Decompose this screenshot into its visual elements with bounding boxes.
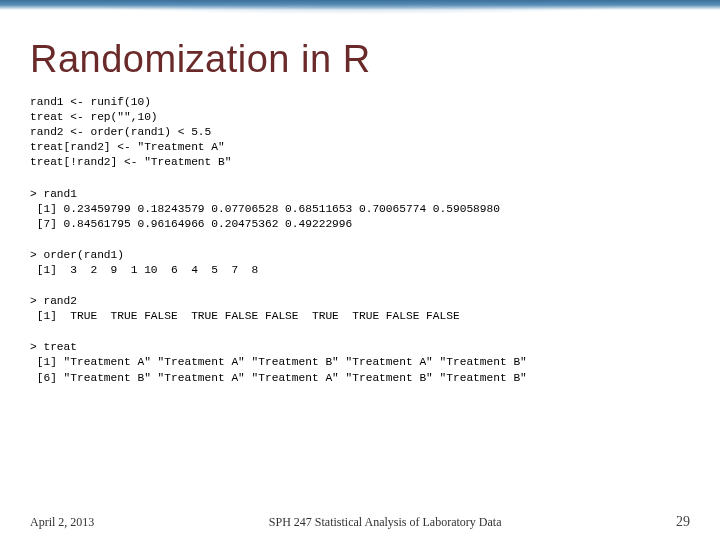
slide-body: Randomization in R rand1 <- runif(10) tr…: [0, 10, 720, 386]
code-rand2-output: > rand2 [1] TRUE TRUE FALSE TRUE FALSE F…: [30, 294, 690, 324]
slide-title: Randomization in R: [30, 38, 690, 81]
footer-date: April 2, 2013: [30, 515, 94, 530]
code-rand1-output: > rand1 [1] 0.23459799 0.18243579 0.0770…: [30, 187, 690, 232]
slide-footer: April 2, 2013 SPH 247 Statistical Analys…: [0, 514, 720, 530]
code-order-output: > order(rand1) [1] 3 2 9 1 10 6 4 5 7 8: [30, 248, 690, 278]
footer-page: 29: [676, 514, 690, 530]
footer-course: SPH 247 Statistical Analysis of Laborato…: [94, 515, 676, 530]
top-accent-bar: [0, 0, 720, 10]
code-setup: rand1 <- runif(10) treat <- rep("",10) r…: [30, 95, 690, 171]
code-treat-output: > treat [1] "Treatment A" "Treatment A" …: [30, 340, 690, 385]
